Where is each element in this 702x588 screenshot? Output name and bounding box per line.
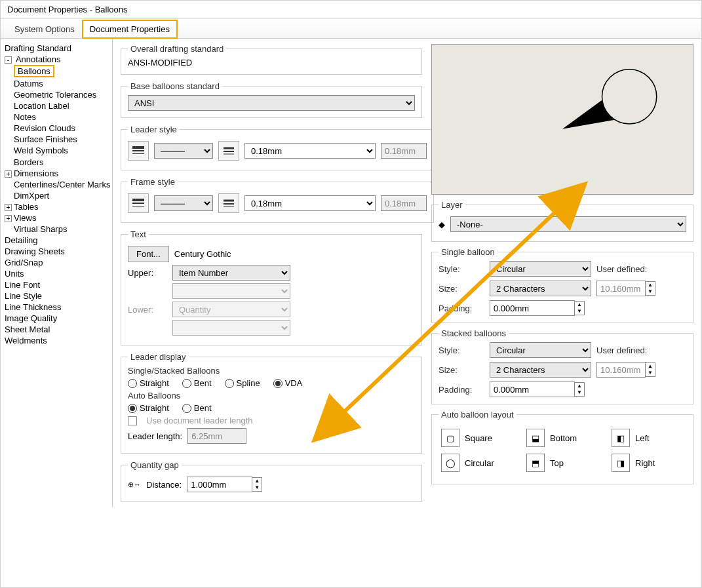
spin-up-icon[interactable]: ▲ — [646, 363, 655, 370]
tree-line-font[interactable]: Line Font — [5, 279, 109, 290]
radio-bent[interactable]: Bent — [182, 378, 212, 388]
svg-rect-2 — [132, 153, 144, 154]
radio-straight[interactable]: Straight — [128, 378, 169, 388]
tree-location-label[interactable]: Location Label — [14, 100, 109, 111]
tree-sheet-metal[interactable]: Sheet Metal — [5, 324, 109, 335]
tree-notes[interactable]: Notes — [14, 111, 109, 123]
legend-layer: Layer — [439, 200, 465, 210]
layout-top-button[interactable]: ⬒Top — [526, 454, 598, 472]
spin-down-icon[interactable]: ▼ — [646, 288, 655, 295]
radio-auto-straight[interactable]: Straight — [128, 403, 169, 413]
upper-label: Upper: — [128, 268, 167, 278]
leader-length-field — [187, 428, 246, 444]
expander-icon[interactable]: + — [5, 215, 12, 222]
tree-tables[interactable]: Tables — [14, 202, 39, 212]
leader-thickness-select[interactable]: 0.18mm — [244, 143, 376, 159]
tree-dimxpert[interactable]: DimXpert — [14, 191, 49, 201]
tree-line-style[interactable]: Line Style — [5, 290, 109, 302]
base-standard-select[interactable]: ANSI — [128, 95, 415, 111]
tree-drafting-standard[interactable]: Drafting Standard — [5, 43, 109, 54]
expander-icon[interactable]: - — [5, 56, 12, 64]
tree-centerlines[interactable]: Centerlines/Center Marks — [14, 180, 110, 189]
tab-row: System Options Document Properties — [1, 19, 701, 39]
legend-text: Text — [128, 229, 149, 239]
spin-up-icon[interactable]: ▲ — [646, 282, 655, 288]
tree-balloons[interactable]: Balloons — [14, 65, 54, 77]
tree-annotations[interactable]: Annotations — [16, 54, 61, 64]
balloon-preview — [431, 44, 693, 195]
group-stacked-balloons: Stacked balloons Style: Circular User de… — [431, 328, 693, 404]
tree-datums[interactable]: Datums — [14, 78, 109, 89]
layout-circular-button[interactable]: ◯Circular — [441, 454, 513, 472]
leader-endshape-select[interactable]: ──── — [154, 143, 213, 159]
bottom-layout-icon: ⬓ — [526, 429, 545, 447]
tree-image-quality[interactable]: Image Quality — [5, 313, 109, 324]
svg-rect-7 — [132, 203, 144, 204]
layout-left-button[interactable]: ◧Left — [612, 429, 684, 447]
frame-color-button[interactable] — [128, 193, 149, 213]
group-leader-style: Leader style ──── 0.18mm — [121, 125, 434, 170]
circular-layout-icon: ◯ — [441, 454, 459, 472]
tree-borders[interactable]: Borders — [14, 157, 44, 167]
distance-field[interactable] — [187, 477, 252, 492]
tree-geometric-tolerances[interactable]: Geometric Tolerances — [14, 89, 109, 100]
leader-length-label: Leader length: — [128, 431, 182, 441]
spin-down-icon[interactable]: ▼ — [252, 484, 262, 491]
frame-thickness-select[interactable]: 0.18mm — [244, 195, 376, 211]
frame-thickness-button[interactable] — [218, 193, 239, 213]
upper-select[interactable]: Item Number — [172, 265, 290, 281]
spin-down-icon[interactable]: ▼ — [646, 370, 655, 376]
radio-spline[interactable]: Spline — [225, 378, 260, 388]
tree-virtual-sharps[interactable]: Virtual Sharps — [14, 224, 67, 234]
tab-document-properties[interactable]: Document Properties — [82, 20, 178, 39]
auto-balloons-label: Auto Balloons — [128, 391, 415, 401]
category-tree: Drafting Standard - Annotations Balloons… — [1, 39, 113, 507]
spin-down-icon[interactable]: ▼ — [575, 389, 584, 396]
layout-bottom-button[interactable]: ⬓Bottom — [526, 429, 598, 447]
tree-weld-symbols[interactable]: Weld Symbols — [14, 145, 109, 156]
overall-value: ANSI-MODIFIED — [128, 58, 415, 68]
tree-weldments[interactable]: Weldments — [5, 335, 109, 346]
leader-color-button[interactable] — [128, 141, 149, 161]
st-style-select[interactable]: Circular — [490, 342, 591, 358]
spin-up-icon[interactable]: ▲ — [575, 383, 584, 389]
tree-surface-finishes[interactable]: Surface Finishes — [14, 134, 109, 145]
tree-units[interactable]: Units — [5, 268, 109, 279]
font-button[interactable]: Font... — [128, 246, 169, 262]
layout-square-button[interactable]: ▢Square — [441, 429, 513, 447]
expander-icon[interactable]: + — [5, 204, 12, 211]
frame-thickness-field — [381, 195, 427, 211]
frame-endshape-select[interactable]: ──── — [154, 195, 213, 211]
sb-padding-field[interactable] — [490, 300, 575, 316]
st-size-select[interactable]: 2 Characters — [490, 362, 591, 378]
radio-vda[interactable]: VDA — [273, 378, 303, 388]
tree-detailing[interactable]: Detailing — [5, 235, 109, 246]
tree-views[interactable]: Views — [14, 213, 36, 223]
layer-select[interactable]: -None- — [450, 216, 686, 232]
st-style-label: Style: — [439, 345, 484, 355]
spin-up-icon[interactable]: ▲ — [252, 478, 262, 484]
svg-rect-1 — [132, 150, 144, 151]
st-padding-field[interactable] — [490, 382, 575, 397]
layout-right-button[interactable]: ◨Right — [612, 454, 684, 472]
tab-system-options[interactable]: System Options — [7, 20, 82, 38]
leader-thickness-button[interactable] — [218, 141, 239, 161]
group-base-standard: Base balloons standard ANSI — [121, 81, 422, 118]
sb-size-select[interactable]: 2 Characters — [490, 281, 591, 296]
radio-auto-bent[interactable]: Bent — [182, 403, 212, 413]
sb-style-select[interactable]: Circular — [490, 261, 591, 277]
spin-down-icon[interactable]: ▼ — [575, 308, 584, 315]
spin-up-icon[interactable]: ▲ — [575, 302, 584, 308]
tree-drawing-sheets[interactable]: Drawing Sheets — [5, 246, 109, 257]
distance-label: Distance: — [146, 480, 182, 490]
sb-padding-label: Padding: — [439, 304, 484, 313]
use-doc-leader-label: Use document leader length — [146, 416, 253, 425]
tree-revision-clouds[interactable]: Revision Clouds — [14, 123, 109, 134]
tree-line-thickness[interactable]: Line Thickness — [5, 302, 109, 313]
tree-grid-snap[interactable]: Grid/Snap — [5, 257, 109, 268]
tree-dimensions[interactable]: Dimensions — [14, 168, 58, 178]
st-user-field — [596, 362, 646, 378]
use-doc-leader-checkbox[interactable] — [128, 416, 137, 425]
expander-icon[interactable]: + — [5, 170, 12, 178]
upper-secondary-select — [172, 283, 290, 299]
